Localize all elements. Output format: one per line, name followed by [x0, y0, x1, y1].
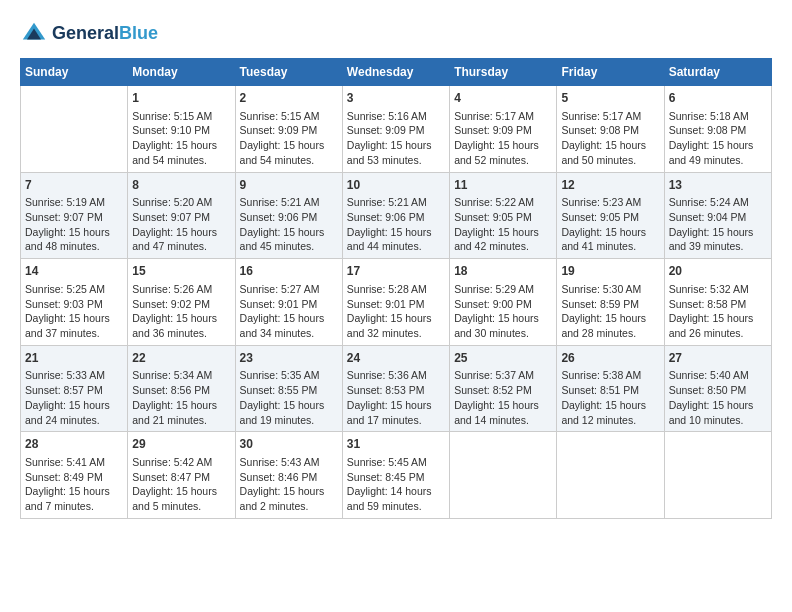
cell-content: Sunrise: 5:42 AM Sunset: 8:47 PM Dayligh… [132, 455, 230, 514]
calendar-week-row: 28Sunrise: 5:41 AM Sunset: 8:49 PM Dayli… [21, 432, 772, 519]
calendar-cell: 26Sunrise: 5:38 AM Sunset: 8:51 PM Dayli… [557, 345, 664, 432]
cell-content: Sunrise: 5:18 AM Sunset: 9:08 PM Dayligh… [669, 109, 767, 168]
cell-content: Sunrise: 5:45 AM Sunset: 8:45 PM Dayligh… [347, 455, 445, 514]
day-number: 31 [347, 436, 445, 453]
day-number: 6 [669, 90, 767, 107]
calendar-cell: 2Sunrise: 5:15 AM Sunset: 9:09 PM Daylig… [235, 86, 342, 173]
calendar-cell: 17Sunrise: 5:28 AM Sunset: 9:01 PM Dayli… [342, 259, 449, 346]
calendar-body: 1Sunrise: 5:15 AM Sunset: 9:10 PM Daylig… [21, 86, 772, 519]
day-number: 27 [669, 350, 767, 367]
calendar-cell [557, 432, 664, 519]
cell-content: Sunrise: 5:17 AM Sunset: 9:09 PM Dayligh… [454, 109, 552, 168]
day-number: 4 [454, 90, 552, 107]
calendar-cell: 25Sunrise: 5:37 AM Sunset: 8:52 PM Dayli… [450, 345, 557, 432]
calendar-cell: 21Sunrise: 5:33 AM Sunset: 8:57 PM Dayli… [21, 345, 128, 432]
cell-content: Sunrise: 5:22 AM Sunset: 9:05 PM Dayligh… [454, 195, 552, 254]
calendar-cell: 31Sunrise: 5:45 AM Sunset: 8:45 PM Dayli… [342, 432, 449, 519]
cell-content: Sunrise: 5:15 AM Sunset: 9:10 PM Dayligh… [132, 109, 230, 168]
day-number: 11 [454, 177, 552, 194]
calendar-cell: 6Sunrise: 5:18 AM Sunset: 9:08 PM Daylig… [664, 86, 771, 173]
day-number: 14 [25, 263, 123, 280]
calendar-cell [450, 432, 557, 519]
calendar-cell: 24Sunrise: 5:36 AM Sunset: 8:53 PM Dayli… [342, 345, 449, 432]
day-number: 16 [240, 263, 338, 280]
calendar-cell: 29Sunrise: 5:42 AM Sunset: 8:47 PM Dayli… [128, 432, 235, 519]
cell-content: Sunrise: 5:32 AM Sunset: 8:58 PM Dayligh… [669, 282, 767, 341]
cell-content: Sunrise: 5:29 AM Sunset: 9:00 PM Dayligh… [454, 282, 552, 341]
calendar-table: SundayMondayTuesdayWednesdayThursdayFrid… [20, 58, 772, 519]
day-number: 5 [561, 90, 659, 107]
cell-content: Sunrise: 5:33 AM Sunset: 8:57 PM Dayligh… [25, 368, 123, 427]
calendar-cell: 4Sunrise: 5:17 AM Sunset: 9:09 PM Daylig… [450, 86, 557, 173]
calendar-cell: 9Sunrise: 5:21 AM Sunset: 9:06 PM Daylig… [235, 172, 342, 259]
day-number: 23 [240, 350, 338, 367]
calendar-cell: 22Sunrise: 5:34 AM Sunset: 8:56 PM Dayli… [128, 345, 235, 432]
calendar-cell: 15Sunrise: 5:26 AM Sunset: 9:02 PM Dayli… [128, 259, 235, 346]
cell-content: Sunrise: 5:37 AM Sunset: 8:52 PM Dayligh… [454, 368, 552, 427]
cell-content: Sunrise: 5:24 AM Sunset: 9:04 PM Dayligh… [669, 195, 767, 254]
calendar-cell: 7Sunrise: 5:19 AM Sunset: 9:07 PM Daylig… [21, 172, 128, 259]
calendar-day-header: Sunday [21, 59, 128, 86]
calendar-cell: 20Sunrise: 5:32 AM Sunset: 8:58 PM Dayli… [664, 259, 771, 346]
calendar-cell [664, 432, 771, 519]
cell-content: Sunrise: 5:34 AM Sunset: 8:56 PM Dayligh… [132, 368, 230, 427]
day-number: 26 [561, 350, 659, 367]
calendar-week-row: 7Sunrise: 5:19 AM Sunset: 9:07 PM Daylig… [21, 172, 772, 259]
day-number: 18 [454, 263, 552, 280]
calendar-day-header: Monday [128, 59, 235, 86]
cell-content: Sunrise: 5:36 AM Sunset: 8:53 PM Dayligh… [347, 368, 445, 427]
calendar-week-row: 1Sunrise: 5:15 AM Sunset: 9:10 PM Daylig… [21, 86, 772, 173]
day-number: 28 [25, 436, 123, 453]
day-number: 22 [132, 350, 230, 367]
calendar-cell: 19Sunrise: 5:30 AM Sunset: 8:59 PM Dayli… [557, 259, 664, 346]
cell-content: Sunrise: 5:21 AM Sunset: 9:06 PM Dayligh… [240, 195, 338, 254]
day-number: 10 [347, 177, 445, 194]
day-number: 21 [25, 350, 123, 367]
calendar-day-header: Saturday [664, 59, 771, 86]
calendar-week-row: 21Sunrise: 5:33 AM Sunset: 8:57 PM Dayli… [21, 345, 772, 432]
calendar-week-row: 14Sunrise: 5:25 AM Sunset: 9:03 PM Dayli… [21, 259, 772, 346]
day-number: 12 [561, 177, 659, 194]
calendar-cell: 18Sunrise: 5:29 AM Sunset: 9:00 PM Dayli… [450, 259, 557, 346]
calendar-day-header: Thursday [450, 59, 557, 86]
day-number: 20 [669, 263, 767, 280]
day-number: 17 [347, 263, 445, 280]
calendar-cell: 16Sunrise: 5:27 AM Sunset: 9:01 PM Dayli… [235, 259, 342, 346]
cell-content: Sunrise: 5:30 AM Sunset: 8:59 PM Dayligh… [561, 282, 659, 341]
header: GeneralBlue [20, 20, 772, 48]
cell-content: Sunrise: 5:17 AM Sunset: 9:08 PM Dayligh… [561, 109, 659, 168]
calendar-day-header: Friday [557, 59, 664, 86]
cell-content: Sunrise: 5:20 AM Sunset: 9:07 PM Dayligh… [132, 195, 230, 254]
cell-content: Sunrise: 5:25 AM Sunset: 9:03 PM Dayligh… [25, 282, 123, 341]
calendar-cell: 1Sunrise: 5:15 AM Sunset: 9:10 PM Daylig… [128, 86, 235, 173]
calendar-cell: 14Sunrise: 5:25 AM Sunset: 9:03 PM Dayli… [21, 259, 128, 346]
cell-content: Sunrise: 5:38 AM Sunset: 8:51 PM Dayligh… [561, 368, 659, 427]
day-number: 1 [132, 90, 230, 107]
logo-icon [20, 20, 48, 48]
day-number: 15 [132, 263, 230, 280]
calendar-cell: 12Sunrise: 5:23 AM Sunset: 9:05 PM Dayli… [557, 172, 664, 259]
calendar-cell: 3Sunrise: 5:16 AM Sunset: 9:09 PM Daylig… [342, 86, 449, 173]
day-number: 24 [347, 350, 445, 367]
calendar-cell: 10Sunrise: 5:21 AM Sunset: 9:06 PM Dayli… [342, 172, 449, 259]
day-number: 3 [347, 90, 445, 107]
cell-content: Sunrise: 5:35 AM Sunset: 8:55 PM Dayligh… [240, 368, 338, 427]
cell-content: Sunrise: 5:21 AM Sunset: 9:06 PM Dayligh… [347, 195, 445, 254]
day-number: 8 [132, 177, 230, 194]
day-number: 2 [240, 90, 338, 107]
calendar-cell: 27Sunrise: 5:40 AM Sunset: 8:50 PM Dayli… [664, 345, 771, 432]
day-number: 13 [669, 177, 767, 194]
cell-content: Sunrise: 5:28 AM Sunset: 9:01 PM Dayligh… [347, 282, 445, 341]
calendar-cell: 5Sunrise: 5:17 AM Sunset: 9:08 PM Daylig… [557, 86, 664, 173]
cell-content: Sunrise: 5:43 AM Sunset: 8:46 PM Dayligh… [240, 455, 338, 514]
day-number: 29 [132, 436, 230, 453]
calendar-cell: 23Sunrise: 5:35 AM Sunset: 8:55 PM Dayli… [235, 345, 342, 432]
day-number: 9 [240, 177, 338, 194]
logo-text: GeneralBlue [52, 24, 158, 44]
cell-content: Sunrise: 5:41 AM Sunset: 8:49 PM Dayligh… [25, 455, 123, 514]
day-number: 25 [454, 350, 552, 367]
calendar-cell: 28Sunrise: 5:41 AM Sunset: 8:49 PM Dayli… [21, 432, 128, 519]
calendar-cell [21, 86, 128, 173]
calendar-cell: 30Sunrise: 5:43 AM Sunset: 8:46 PM Dayli… [235, 432, 342, 519]
cell-content: Sunrise: 5:26 AM Sunset: 9:02 PM Dayligh… [132, 282, 230, 341]
